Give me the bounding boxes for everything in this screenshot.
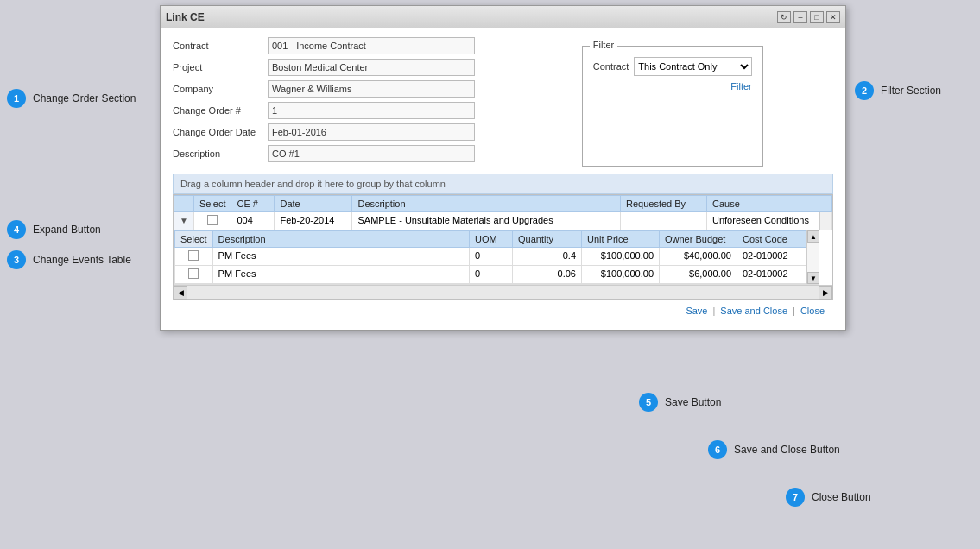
inner-cost-code-2: 02-010002 xyxy=(737,266,806,284)
filter-legend: Filter xyxy=(590,40,617,50)
project-input[interactable] xyxy=(268,59,475,76)
inner-checkbox-1[interactable] xyxy=(188,250,199,261)
scroll-down-button[interactable]: ▼ xyxy=(807,272,819,284)
inner-qty-1: 0.4 xyxy=(513,248,582,266)
ann-label-3: Change Events Table xyxy=(33,254,131,266)
annotation-3: 3 Change Events Table xyxy=(7,250,131,269)
bubble-7: 7 xyxy=(786,488,805,507)
vertical-scrollbar[interactable]: ▲ ▼ xyxy=(806,230,819,284)
scroll-right-pad xyxy=(819,212,832,230)
outer-table: Select CE # Date Description Requested B… xyxy=(174,195,832,285)
bubble-6: 6 xyxy=(708,440,727,459)
change-order-num-row: Change Order # xyxy=(173,102,495,119)
bubble-5: 5 xyxy=(639,393,658,412)
inner-col-quantity: Quantity xyxy=(513,231,582,248)
annotation-4: 4 Expand Button xyxy=(7,220,101,239)
scroll-up-button[interactable]: ▲ xyxy=(807,230,819,243)
inner-col-select: Select xyxy=(175,231,213,248)
annotation-1: 1 Change Order Section xyxy=(7,89,136,108)
change-order-date-input[interactable] xyxy=(268,123,475,141)
row-checkbox[interactable] xyxy=(207,215,218,225)
close-button-title[interactable]: ✕ xyxy=(826,11,840,23)
select-cell xyxy=(193,212,231,230)
description-cell: SAMPLE - Unsuitable Materials and Upgrad… xyxy=(352,212,621,230)
bubble-3: 3 xyxy=(7,250,26,269)
expand-cell: ▼ xyxy=(174,212,194,230)
close-link-button[interactable]: Close xyxy=(800,306,825,316)
filter-contract-label: Contract xyxy=(593,61,629,72)
sep-2: | xyxy=(793,306,795,316)
link-ce-window: Link CE ↻ – □ ✕ Contract Project Company xyxy=(160,5,846,331)
restore-icon[interactable]: ↻ xyxy=(777,11,791,23)
outer-col-scrollpad xyxy=(819,196,832,212)
sep-1: | xyxy=(712,306,715,316)
inner-select-1 xyxy=(175,248,213,266)
save-button[interactable]: Save xyxy=(686,306,707,316)
ann-label-5: Save Button xyxy=(665,396,721,408)
annotation-7: 7 Close Button xyxy=(786,488,871,507)
minimize-button[interactable]: – xyxy=(793,11,807,23)
company-row: Company xyxy=(173,80,495,98)
requested-by-cell xyxy=(621,212,707,230)
form-left: Contract Project Company Change Order # … xyxy=(173,37,495,167)
drag-header: Drag a column header and drop it here to… xyxy=(173,174,833,194)
inner-col-unit-price: Unit Price xyxy=(582,231,660,248)
inner-unit-price-1: $100,000.00 xyxy=(582,248,660,266)
filter-section: Filter Contract This Contract Only All C… xyxy=(582,46,763,167)
inner-uom-1: 0 xyxy=(470,248,513,266)
inner-checkbox-2[interactable] xyxy=(188,268,199,279)
date-cell: Feb-20-2014 xyxy=(275,212,352,230)
bubble-2: 2 xyxy=(855,81,874,100)
horizontal-scrollbar[interactable]: ◀ ▶ xyxy=(174,285,832,299)
window-title: Link CE xyxy=(166,11,777,23)
maximize-button[interactable]: □ xyxy=(810,11,824,23)
expand-button[interactable]: ▼ xyxy=(180,216,188,225)
inner-table-header-row: Select Description UOM Quantity Unit Pri… xyxy=(175,231,806,248)
inner-desc-1: PM Fees xyxy=(212,248,469,266)
filter-link[interactable]: Filter xyxy=(593,81,752,92)
change-order-date-label: Change Order Date xyxy=(173,127,268,137)
inner-table: Select Description UOM Quantity Unit Pri… xyxy=(174,230,806,284)
annotation-5: 5 Save Button xyxy=(639,393,721,412)
inner-owner-budget-2: $6,000.00 xyxy=(660,266,737,284)
scroll-right-button[interactable]: ▶ xyxy=(819,286,832,300)
ann-label-1: Change Order Section xyxy=(33,92,136,104)
description-label: Description xyxy=(173,148,268,159)
inner-row-2: PM Fees 0 0.06 $100,000.00 $6,000.00 02-… xyxy=(175,266,806,284)
window-content: Contract Project Company Change Order # … xyxy=(161,28,845,330)
outer-col-expand xyxy=(174,196,194,212)
inner-table-row: Select Description UOM Quantity Unit Pri… xyxy=(174,230,832,285)
scroll-left-button[interactable]: ◀ xyxy=(174,286,187,300)
ann-label-7: Close Button xyxy=(812,491,871,503)
outer-table-row: ▼ 004 Feb-20-2014 SAMPLE - Unsuitable Ma… xyxy=(174,212,832,230)
outer-col-requested-by: Requested By xyxy=(621,196,707,212)
save-and-close-button[interactable]: Save and Close xyxy=(720,306,787,316)
form-section: Contract Project Company Change Order # … xyxy=(173,37,833,167)
footer-bar: Save | Save and Close | Close xyxy=(173,300,833,321)
company-input[interactable] xyxy=(268,80,475,98)
description-row: Description xyxy=(173,145,495,162)
title-bar: Link CE ↻ – □ ✕ xyxy=(161,6,845,28)
project-row: Project xyxy=(173,59,495,76)
inner-col-description: Description xyxy=(212,231,469,248)
inner-col-uom: UOM xyxy=(470,231,513,248)
change-order-date-row: Change Order Date xyxy=(173,123,495,141)
inner-row-1: PM Fees 0 0.4 $100,000.00 $40,000.00 02-… xyxy=(175,248,806,266)
inner-qty-2: 0.06 xyxy=(513,266,582,284)
annotation-6: 6 Save and Close Button xyxy=(708,440,840,459)
inner-unit-price-2: $100,000.00 xyxy=(582,266,660,284)
inner-owner-budget-1: $40,000.00 xyxy=(660,248,737,266)
outer-table-header-row: Select CE # Date Description Requested B… xyxy=(174,196,832,212)
description-input[interactable] xyxy=(268,145,475,162)
contract-row: Contract xyxy=(173,37,495,54)
outer-col-ce-num: CE # xyxy=(231,196,275,212)
filter-contract-select[interactable]: This Contract Only All Contracts xyxy=(634,57,751,76)
cause-cell: Unforeseen Conditions xyxy=(707,212,819,230)
outer-col-date: Date xyxy=(275,196,352,212)
hscroll-track xyxy=(187,286,819,299)
ann-label-4: Expand Button xyxy=(33,224,101,236)
contract-label: Contract xyxy=(173,41,268,51)
change-order-num-label: Change Order # xyxy=(173,105,268,116)
change-order-num-input[interactable] xyxy=(268,102,475,119)
contract-input[interactable] xyxy=(268,37,475,54)
